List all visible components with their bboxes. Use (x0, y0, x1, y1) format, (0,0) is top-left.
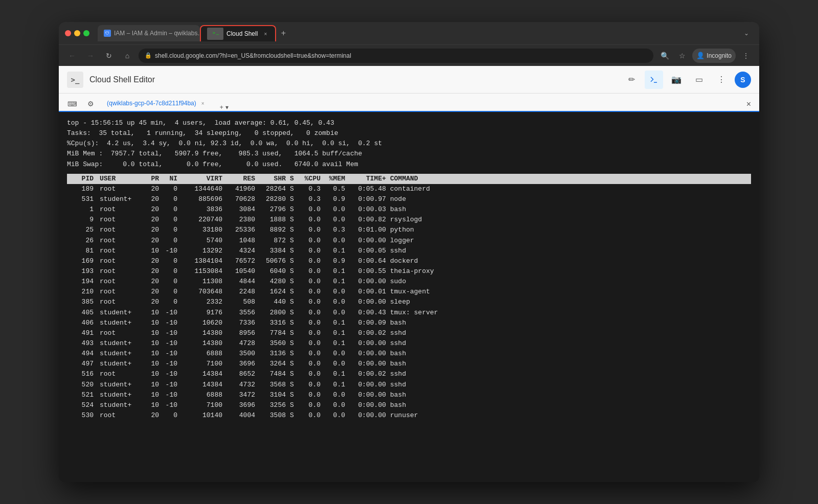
address-text: shell.cloud.google.com/?hl=en_US&fromclo… (155, 52, 351, 59)
table-row: 406 student+ 10 -10 10620 7336 3316 S 0.… (67, 318, 751, 328)
editor-profile[interactable]: S (735, 72, 751, 88)
tab-label-iam: IAM – IAM & Admin – qwiklabs... (114, 30, 202, 37)
system-info-line-3: MiB Mem : 7957.7 total, 5907.9 free, 985… (67, 149, 751, 159)
col-cmd-header: COMMAND (390, 174, 751, 184)
system-info-line-4: MiB Swap: 0.0 total, 0.0 free, 0.0 used.… (67, 159, 751, 170)
terminal[interactable]: top - 15:56:15 up 45 min, 4 users, load … (59, 112, 759, 482)
tab-iam[interactable]: 🛡 IAM – IAM & Admin – qwiklabs... (98, 25, 200, 41)
incognito-label: Incognito (707, 52, 732, 59)
tab-overflow-button[interactable]: ⌄ (740, 28, 753, 39)
tab-favicon-cloud-shell: ＞_ (207, 28, 223, 40)
address-input[interactable]: 🔒 shell.cloud.google.com/?hl=en_US&fromc… (139, 49, 653, 63)
table-row: 169 root 20 0 1384104 76572 50676 S 0.0 … (67, 256, 751, 266)
terminal-button[interactable] (645, 71, 663, 89)
table-header: PID USER PR NI VIRT RES SHR S %CPU %MEM … (67, 174, 751, 184)
table-row: 521 student+ 10 -10 6888 3472 3104 S 0.0… (67, 390, 751, 400)
table-row: 9 root 20 0 220740 2380 1888 S 0.0 0.0 0… (67, 215, 751, 225)
more-editor-button[interactable]: ⋮ (712, 71, 731, 89)
browser-window: 🛡 IAM – IAM & Admin – qwiklabs... ＞_ Clo… (59, 22, 759, 482)
tab-cloud-shell[interactable]: ＞_ Cloud Shell × (200, 25, 276, 41)
col-virt-header: VIRT (180, 174, 226, 184)
col-time-header: TIME+ (349, 174, 390, 184)
table-row: 530 root 20 0 10140 4004 3508 S 0.0 0.0 … (67, 410, 751, 421)
editor-logo: >_ (67, 72, 83, 88)
table-row: 494 student+ 10 -10 6888 3500 3136 S 0.0… (67, 349, 751, 359)
col-mem-header: %MEM (325, 174, 349, 184)
zoom-button[interactable]: 🔍 (657, 49, 672, 63)
table-row: 194 root 20 0 11308 4844 4280 S 0.0 0.1 … (67, 277, 751, 287)
keyboard-icon[interactable]: ⌨ (65, 97, 79, 111)
table-row: 524 student+ 10 -10 7100 3696 3256 S 0.0… (67, 400, 751, 410)
minimize-button[interactable] (74, 30, 80, 36)
table-row: 493 student+ 10 -10 14380 4728 3560 S 0.… (67, 338, 751, 349)
col-pr-header: PR (144, 174, 162, 184)
col-pid-header: PID (67, 174, 98, 184)
traffic-lights (65, 30, 89, 36)
system-info-line-1: Tasks: 35 total, 1 running, 34 sleeping,… (67, 128, 751, 139)
table-row: 491 root 10 -10 14380 8956 7784 S 0.0 0.… (67, 328, 751, 338)
table-row: 497 student+ 10 -10 7100 3696 3264 S 0.0… (67, 359, 751, 369)
col-cpu-header: %CPU (300, 174, 325, 184)
settings-icon[interactable]: ⚙ (83, 97, 98, 111)
home-button[interactable]: ⌂ (120, 49, 134, 63)
lock-icon: 🔒 (145, 52, 152, 59)
title-bar: 🛡 IAM – IAM & Admin – qwiklabs... ＞_ Clo… (59, 22, 759, 44)
col-res-header: RES (226, 174, 259, 184)
editor-tab-label: (qwiklabs-gcp-04-7c8d211f94ba) (107, 100, 196, 107)
editor-tab-close[interactable]: × (199, 100, 207, 107)
table-row: 385 root 20 0 2332 508 440 S 0.0 0.0 0:0… (67, 297, 751, 307)
bookmark-button[interactable]: ☆ (675, 49, 689, 63)
table-row: 405 student+ 10 -10 9176 3556 2800 S 0.0… (67, 308, 751, 318)
close-button[interactable] (65, 30, 71, 36)
layout-button[interactable]: ▭ (690, 71, 708, 89)
maximize-button[interactable] (83, 30, 89, 36)
more-button[interactable]: ⋮ (739, 49, 753, 63)
table-row: 193 root 20 0 1153084 10540 6040 S 0.0 0… (67, 266, 751, 277)
table-row: 25 root 20 0 33180 25336 8892 S 0.0 0.3 … (67, 225, 751, 235)
table-row: 531 student+ 20 0 885696 70628 28280 S 0… (67, 194, 751, 204)
table-row: 26 root 20 0 5740 1048 872 S 0.0 0.0 0:0… (67, 236, 751, 246)
back-button[interactable]: ← (65, 49, 79, 63)
tab-label-cloud-shell: Cloud Shell (226, 30, 258, 37)
tab-close-button[interactable]: × (262, 30, 269, 37)
edit-button[interactable]: ✏ (622, 71, 641, 89)
add-terminal-button[interactable]: + ▾ (216, 104, 233, 111)
table-row: 520 student+ 10 -10 14384 4732 3568 S 0.… (67, 380, 751, 390)
camera-button[interactable]: 📷 (667, 71, 686, 89)
incognito-button[interactable]: 👤 Incognito (692, 49, 736, 63)
toolbar-right: 🔍 ☆ 👤 Incognito ⋮ (657, 49, 753, 63)
col-ni-header: NI (162, 174, 180, 184)
editor-active-tab[interactable]: (qwiklabs-gcp-04-7c8d211f94ba) × (102, 96, 212, 112)
col-shr-header: SHR (259, 174, 290, 184)
table-row: 189 root 20 0 1344640 41960 28264 S 0.3 … (67, 184, 751, 194)
editor-tab-bar: ⌨ ⚙ (qwiklabs-gcp-04-7c8d211f94ba) × + ▾… (59, 94, 759, 112)
close-panel-button[interactable]: × (744, 98, 753, 111)
forward-button[interactable]: → (83, 49, 98, 63)
col-s-header: S (290, 174, 300, 184)
tab-bar: 🛡 IAM – IAM & Admin – qwiklabs... ＞_ Clo… (98, 25, 753, 41)
col-user-header: USER (98, 174, 144, 184)
address-bar: ← → ↻ ⌂ 🔒 shell.cloud.google.com/?hl=en_… (59, 44, 759, 66)
tab-favicon-iam: 🛡 (104, 30, 111, 37)
new-tab-button[interactable]: + (276, 26, 290, 40)
editor-header: >_ Cloud Shell Editor ✏ 📷 ▭ ⋮ S (59, 66, 759, 94)
editor-title: Cloud Shell Editor (89, 75, 155, 84)
system-info-line-0: top - 15:56:15 up 45 min, 4 users, load … (67, 118, 751, 128)
table-row: 210 root 20 0 703648 2248 1624 S 0.0 0.0… (67, 287, 751, 297)
table-row: 81 root 10 -10 13292 4324 3384 S 0.0 0.1… (67, 246, 751, 256)
process-table: PID USER PR NI VIRT RES SHR S %CPU %MEM … (67, 174, 751, 421)
reload-button[interactable]: ↻ (102, 49, 116, 63)
table-row: 1 root 20 0 3836 3084 2796 S 0.0 0.0 0:0… (67, 204, 751, 215)
system-info-line-2: %Cpu(s): 4.2 us, 3.4 sy, 0.0 ni, 92.3 id… (67, 139, 751, 149)
table-row: 516 root 10 -10 14384 8652 7484 S 0.0 0.… (67, 369, 751, 379)
process-rows-container: 189 root 20 0 1344640 41960 28264 S 0.3 … (67, 184, 751, 421)
editor-toolbar-right: ✏ 📷 ▭ ⋮ S (622, 71, 751, 89)
